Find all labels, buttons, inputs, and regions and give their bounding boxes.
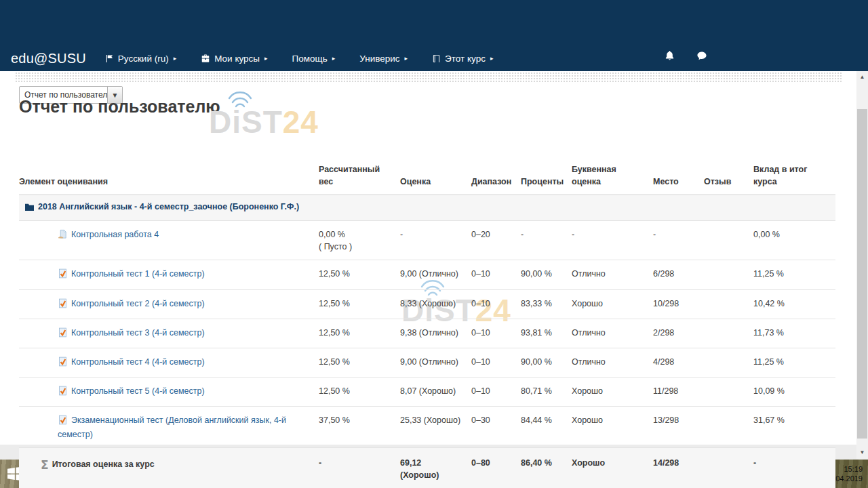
grade-cell: 2/298 xyxy=(653,319,704,348)
grade-cell: Хорошо xyxy=(572,377,653,406)
quiz-icon xyxy=(58,415,68,428)
table-row: Экзаменационный тест (Деловой английский… xyxy=(19,407,835,448)
sigma-icon: Σ xyxy=(41,457,49,474)
grade-cell: - xyxy=(753,448,835,488)
nav-menu: Русский (ru)▸Мои курсы▸Помощь▸Универис▸Э… xyxy=(105,54,494,64)
grade-cell xyxy=(704,289,753,319)
table-header-row: Элемент оцениванияРассчитанный весОценка… xyxy=(19,152,835,195)
grade-cell xyxy=(704,260,753,289)
flag-icon xyxy=(105,54,114,63)
table-row: ΣИтоговая оценка за курс-69,12 (Хорошо)0… xyxy=(19,448,835,488)
grade-cell: 12,50 % xyxy=(319,289,400,319)
grade-item-link[interactable]: Экзаменационный тест (Деловой английский… xyxy=(58,415,286,439)
grade-cell: 90,00 % xyxy=(521,348,572,377)
nav-menu-item[interactable]: Универис▸ xyxy=(359,54,408,64)
grade-cell: 9,38 (Отлично) xyxy=(400,319,471,348)
bell-icon[interactable] xyxy=(665,50,675,61)
grade-item-link[interactable]: Контрольный тест 1 (4-й семестр) xyxy=(71,269,205,279)
page-content: Отчет по пользователю ▼ Отчет по пользов… xyxy=(0,71,856,460)
table-row: Контрольный тест 2 (4-й семестр)12,50 %8… xyxy=(19,289,835,319)
column-header: Оценка xyxy=(400,152,471,195)
grade-cell: 90,00 % xyxy=(521,260,572,289)
table-row: Контрольный тест 3 (4-й семестр)12,50 %9… xyxy=(19,319,835,348)
grade-cell: 0–10 xyxy=(471,377,521,406)
grade-cell: 0–10 xyxy=(471,260,521,289)
grade-item-link[interactable]: Контрольный тест 4 (4-й семестр) xyxy=(71,357,205,367)
quiz-icon xyxy=(58,357,68,370)
grade-cell: 12,50 % xyxy=(319,377,400,406)
grade-cell: 93,81 % xyxy=(521,319,572,348)
nav-menu-item[interactable]: Этот курс▸ xyxy=(432,54,493,64)
grade-cell: Отлично xyxy=(572,319,653,348)
grade-cell: 86,40 % xyxy=(521,448,572,488)
grade-cell: 9,00 (Отлично) xyxy=(400,348,471,377)
nav-item-label: Помощь xyxy=(292,54,328,64)
grade-cell: 69,12 (Хорошо) xyxy=(400,448,471,488)
table-row: Контрольный тест 1 (4-й семестр)12,50 %9… xyxy=(19,260,835,289)
grade-cell xyxy=(704,221,753,260)
grade-cell xyxy=(704,377,753,406)
grade-cell: Отлично xyxy=(572,260,653,289)
column-header: Отзыв xyxy=(704,152,753,195)
grades-table: Элемент оцениванияРассчитанный весОценка… xyxy=(19,152,835,488)
nav-menu-item[interactable]: Мои курсы▸ xyxy=(201,54,267,64)
grade-cell: 25,33 (Хорошо) xyxy=(400,407,471,448)
book-icon xyxy=(432,54,441,63)
grade-cell: 8,33 (Хорошо) xyxy=(400,289,471,319)
table-row: Контрольная работа 40,00 % ( Пусто )-0–2… xyxy=(19,221,835,260)
top-navbar: edu@SUSU Русский (ru)▸Мои курсы▸Помощь▸У… xyxy=(0,0,868,71)
grade-item-name: Итоговая оценка за курс xyxy=(52,460,155,469)
column-header: Место xyxy=(653,152,704,195)
grade-cell: 0–30 xyxy=(471,407,521,448)
grade-cell xyxy=(704,195,753,221)
scrollbar-thumb[interactable] xyxy=(857,109,867,439)
grade-cell: 83,33 % xyxy=(521,289,572,319)
grade-cell: 0,00 % xyxy=(753,221,835,260)
grade-cell xyxy=(572,195,653,221)
scroll-down-icon[interactable]: ▼ xyxy=(856,447,868,458)
nav-item-label: Мои курсы xyxy=(214,54,260,64)
grade-cell: - xyxy=(319,448,400,488)
grade-cell: 13/298 xyxy=(653,407,704,448)
grade-cell: - xyxy=(653,221,704,260)
page-scrollbar[interactable]: ▲ ▼ xyxy=(856,71,868,460)
grade-item-link[interactable]: Контрольная работа 4 xyxy=(71,230,159,239)
grade-cell: 10/298 xyxy=(653,289,704,319)
grade-item-link[interactable]: Контрольный тест 3 (4-й семестр) xyxy=(71,328,205,338)
chat-icon[interactable] xyxy=(696,51,707,61)
grade-cell: Хорошо xyxy=(572,448,653,488)
grade-item-link[interactable]: Контрольный тест 5 (4-й семестр) xyxy=(71,386,205,396)
caret-right-icon: ▸ xyxy=(332,55,336,62)
grade-cell: 10,42 % xyxy=(753,289,835,319)
nav-menu-item[interactable]: Русский (ru)▸ xyxy=(105,54,176,64)
table-row: 2018 Английский язык - 4-й семестр_заочн… xyxy=(19,195,835,221)
column-header: Рассчитанный вес xyxy=(319,152,400,195)
dotted-texture xyxy=(15,72,843,83)
grade-cell: - xyxy=(521,221,572,260)
grade-cell: 37,50 % xyxy=(319,407,400,448)
grade-cell xyxy=(319,195,400,221)
grade-cell xyxy=(653,195,704,221)
table-row: Контрольный тест 5 (4-й семестр)12,50 %8… xyxy=(19,377,835,406)
scroll-up-icon[interactable]: ▲ xyxy=(856,72,868,82)
nav-item-label: Русский (ru) xyxy=(118,54,169,64)
quiz-icon xyxy=(58,386,68,399)
site-logo[interactable]: edu@SUSU xyxy=(11,51,86,66)
caret-right-icon: ▸ xyxy=(174,55,177,62)
page-title: Отчет по пользователю xyxy=(19,97,220,117)
grade-item-link[interactable]: Контрольный тест 2 (4-й семестр) xyxy=(71,299,205,308)
column-header: Буквенная оценка xyxy=(572,152,653,195)
folder-icon xyxy=(24,203,35,215)
grade-cell: 11,25 % xyxy=(753,348,835,377)
grade-cell: 12,50 % xyxy=(319,260,400,289)
grade-cell: 80,71 % xyxy=(521,377,572,406)
grade-cell: - xyxy=(400,221,471,260)
quiz-icon xyxy=(58,298,68,312)
grade-cell: 12,50 % xyxy=(319,348,400,377)
grade-cell: 0,00 % ( Пусто ) xyxy=(319,221,400,260)
grade-cell: 10,09 % xyxy=(753,377,835,406)
nav-menu-item[interactable]: Помощь▸ xyxy=(292,54,336,64)
column-header: Диапазон xyxy=(471,152,521,195)
grade-cell: 0–10 xyxy=(471,348,521,377)
table-row: Контрольный тест 4 (4-й семестр)12,50 %9… xyxy=(19,348,835,377)
